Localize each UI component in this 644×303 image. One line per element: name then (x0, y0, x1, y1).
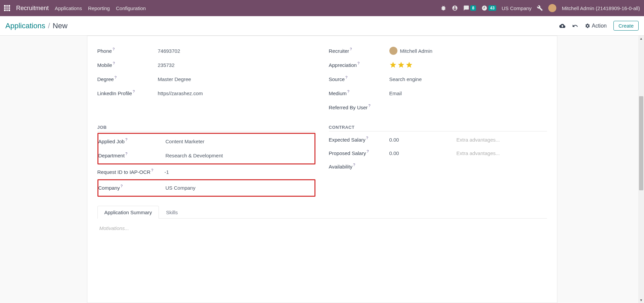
scroll-up-arrow[interactable]: ▲ (638, 36, 644, 41)
recruiter-field[interactable]: Mitchell Admin (389, 47, 547, 55)
request-id-label: Request ID to IAP-OCR? (97, 169, 165, 175)
expected-salary-row: Expected Salary? 0.00 Extra advantages..… (329, 133, 547, 146)
help-icon[interactable]: ? (113, 61, 115, 65)
request-id-field[interactable]: -1 (165, 169, 315, 175)
help-icon[interactable]: ? (347, 89, 349, 93)
help-icon[interactable]: ? (353, 163, 355, 167)
availability-row: Availability? (329, 160, 547, 173)
degree-row: Degree? Master Degree (97, 72, 315, 86)
undo-icon[interactable] (572, 23, 578, 29)
apps-icon[interactable] (4, 5, 10, 11)
medium-field[interactable]: Email (389, 90, 547, 96)
star-icon[interactable] (389, 61, 397, 69)
form-right-column: Recruiter? Mitchell Admin Appreciation? (329, 44, 547, 115)
recruiter-label: Recruiter? (329, 48, 389, 54)
contract-section-title: CONTRACT (329, 125, 547, 131)
help-icon[interactable]: ? (125, 138, 127, 142)
recruiter-name: Mitchell Admin (400, 48, 433, 54)
help-icon[interactable]: ? (133, 89, 135, 93)
comment-icon (463, 5, 469, 11)
help-icon[interactable]: ? (368, 104, 370, 108)
control-panel: Applications / New Action Create (0, 16, 644, 36)
request-id-row: Request ID to IAP-OCR? -1 (97, 165, 315, 179)
expected-extra-advantages-field[interactable]: Extra advantages... (457, 137, 500, 143)
company-switcher[interactable]: US Company (502, 5, 531, 11)
degree-label: Degree? (97, 76, 158, 82)
help-icon[interactable]: ? (121, 184, 123, 188)
control-panel-right: Action Create (559, 21, 639, 31)
help-icon[interactable]: ? (357, 61, 359, 65)
scroll-down-arrow[interactable]: ▼ (638, 297, 644, 303)
tab-application-summary[interactable]: Application Summary (97, 206, 159, 219)
phone-field[interactable]: 74693702 (158, 48, 315, 54)
highlight-applied-department: Applied Job? Content Marketer Department… (97, 133, 315, 164)
degree-field[interactable]: Master Degree (158, 76, 315, 82)
user-menu[interactable]: Mitchell Admin (21418909-16-0-all) (562, 5, 640, 11)
help-icon[interactable]: ? (366, 136, 368, 140)
job-section: JOB Applied Job? Content Marketer Depart… (97, 115, 315, 197)
user-avatar[interactable] (548, 4, 556, 12)
source-field[interactable]: Search engine (389, 76, 547, 82)
nav-configuration[interactable]: Configuration (116, 5, 146, 11)
brand-title[interactable]: Recruitment (16, 5, 49, 12)
tools-icon[interactable] (537, 5, 543, 11)
expected-salary-label: Expected Salary? (329, 137, 389, 143)
nav-applications[interactable]: Applications (55, 5, 82, 11)
help-icon[interactable]: ? (115, 75, 117, 79)
linkedin-row: LinkedIn Profile? https//zarashez.com (97, 86, 315, 100)
scrollbar-thumb[interactable] (639, 96, 643, 190)
help-icon[interactable]: ? (151, 168, 153, 172)
action-label: Action (592, 23, 607, 29)
proposed-salary-field[interactable]: 0.00 (389, 150, 457, 156)
source-label: Source? (329, 76, 389, 82)
breadcrumb-applications[interactable]: Applications (5, 22, 45, 30)
form-sheet: Phone? 74693702 Mobile? 235732 Degree? M… (87, 36, 557, 303)
support-icon[interactable] (452, 5, 458, 11)
help-icon[interactable]: ? (350, 47, 352, 51)
help-icon[interactable]: ? (367, 149, 369, 153)
department-label: Department? (98, 153, 166, 158)
scrollbar[interactable]: ▲ ▼ (638, 36, 644, 303)
star-rating[interactable] (389, 61, 547, 69)
linkedin-label: LinkedIn Profile? (97, 90, 158, 96)
action-dropdown[interactable]: Action (585, 23, 607, 29)
department-field[interactable]: Research & Development (166, 153, 314, 158)
help-icon[interactable]: ? (345, 75, 347, 79)
cloud-upload-icon[interactable] (559, 23, 565, 29)
help-icon[interactable]: ? (113, 47, 115, 51)
appreciation-field[interactable] (389, 61, 547, 69)
mobile-field[interactable]: 235732 (158, 62, 315, 68)
proposed-salary-label: Proposed Salary? (329, 150, 389, 156)
company-field[interactable]: US Company (166, 185, 314, 191)
star-icon[interactable] (405, 61, 413, 69)
proposed-salary-row: Proposed Salary? 0.00 Extra advantages..… (329, 146, 547, 160)
messages-badge: 8 (470, 5, 476, 11)
phone-row: Phone? 74693702 (97, 44, 315, 58)
help-icon[interactable]: ? (125, 152, 127, 156)
nav-reporting[interactable]: Reporting (88, 5, 110, 11)
activities-button[interactable]: 43 (481, 5, 496, 11)
motivations-field[interactable]: Motivations... (99, 225, 545, 231)
referred-row: Referred By User? (329, 101, 547, 114)
form-scroll-area[interactable]: Phone? 74693702 Mobile? 235732 Degree? M… (0, 36, 644, 303)
navbar-right: 8 43 US Company Mitchell Admin (21418909… (440, 4, 640, 12)
bug-icon[interactable] (440, 5, 446, 11)
messages-button[interactable]: 8 (463, 5, 476, 11)
clock-icon (481, 5, 487, 11)
linkedin-field[interactable]: https//zarashez.com (158, 90, 315, 96)
applied-job-field[interactable]: Content Marketer (166, 139, 314, 144)
expected-salary-field[interactable]: 0.00 (389, 137, 457, 143)
star-icon[interactable] (397, 61, 405, 69)
company-label: Company? (98, 185, 166, 191)
create-button[interactable]: Create (613, 21, 639, 31)
breadcrumb-current: New (53, 22, 68, 30)
job-section-title: JOB (97, 125, 315, 131)
form-top-columns: Phone? 74693702 Mobile? 235732 Degree? M… (97, 44, 547, 115)
medium-label: Medium? (329, 90, 389, 96)
applied-job-label: Applied Job? (98, 139, 166, 144)
proposed-extra-advantages-field[interactable]: Extra advantages... (457, 150, 500, 156)
highlight-company: Company? US Company (97, 179, 315, 197)
applied-job-row: Applied Job? Content Marketer (98, 135, 314, 148)
tab-skills[interactable]: Skills (159, 206, 185, 219)
phone-label: Phone? (97, 48, 158, 54)
